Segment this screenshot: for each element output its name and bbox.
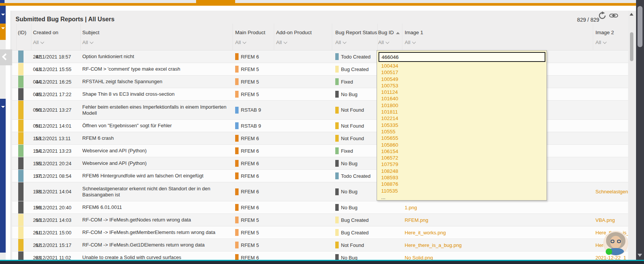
record-count: 829 / 829: [577, 17, 599, 23]
image-file-link[interactable]: 1.png: [405, 205, 417, 210]
badge-label: RFEM 6: [241, 189, 259, 194]
row-status-color-bar: [18, 239, 24, 251]
badge-label: Bug Created: [341, 230, 369, 236]
cell-addon-product: [276, 145, 329, 157]
column-header-addon[interactable]: Add-on Product: [276, 30, 312, 35]
filter-dropdown-bugid[interactable]: All: [378, 40, 389, 45]
cell-main-product: RFEM 6: [235, 157, 273, 169]
chevron-down-icon: [41, 40, 44, 44]
bugid-suggestion[interactable]: 100434: [377, 63, 547, 69]
badge-color-bar: [235, 242, 239, 248]
cell-main-product: RFEM 5: [235, 239, 273, 251]
filter-dropdown-subject[interactable]: All: [82, 40, 93, 45]
bugid-suggestion-more[interactable]: ...: [377, 194, 547, 201]
row-status-color-bar: [18, 101, 24, 119]
bugid-suggestion[interactable]: 105860: [377, 142, 547, 148]
image-file-link[interactable]: Schneelastgen: [595, 189, 628, 194]
cell-addon-product: [276, 214, 329, 226]
filter-value: All: [276, 40, 282, 45]
cell-main-product: RFEM 6: [235, 145, 273, 157]
cell-addon-product: [276, 226, 329, 239]
badge-color-bar: [235, 122, 239, 129]
chevron-left-icon: [2, 53, 9, 60]
chevron-down-icon: [603, 40, 607, 44]
table-row[interactable]: 6221/12/2021 15:17RF-COM -> IFeMesh.Get1…: [12, 239, 628, 251]
bugid-suggestion[interactable]: 102214: [377, 115, 547, 122]
column-header-product[interactable]: Main Product: [235, 30, 265, 35]
bugid-suggestion[interactable]: 108876: [377, 181, 547, 187]
image-file-link[interactable]: VBA.png: [595, 217, 615, 223]
cell-bug-id: [378, 214, 401, 226]
chevron-down-icon: [243, 40, 247, 44]
table-row[interactable]: 5919/12/2021 20:40RFEM6 6.01.0011RFEM 6N…: [12, 201, 628, 214]
bugid-suggestion[interactable]: 101640: [377, 95, 547, 102]
table-scrollbar[interactable]: [629, 11, 635, 260]
bugid-suggestion[interactable]: 108248: [377, 168, 547, 174]
table-row[interactable]: 6121/12/2021 15:00RF-COM -> IFeMesh.getM…: [12, 226, 628, 239]
badge-label: Bug Created: [341, 217, 369, 223]
cell-created-on: 21/12/2021 14:03: [33, 214, 80, 226]
bugid-suggestion[interactable]: 101811: [377, 109, 547, 115]
table-row[interactable]: 6021/12/2021 14:03RF-COM -> IFeMesh.getN…: [12, 214, 628, 226]
image-file-link[interactable]: Here_it_works.png: [405, 230, 446, 236]
filter-dropdown-img2[interactable]: All: [595, 40, 606, 45]
cell-subject: RF-COM -> IFeMesh.getMemberElements retu…: [82, 226, 229, 239]
column-header-img1[interactable]: Image 1: [405, 30, 423, 35]
bugid-suggestion[interactable]: 100753: [377, 82, 547, 89]
bugid-suggestion[interactable]: 101124: [377, 89, 547, 95]
cell-subject: Fehler beim erstellen eines Imperfektion…: [82, 101, 229, 119]
filter-value: All: [595, 40, 601, 45]
cell-addon-product: [276, 120, 329, 132]
filter-dropdown-product[interactable]: All: [235, 40, 246, 45]
bugid-suggestion[interactable]: 100549: [377, 76, 547, 82]
cell-addon-product: [276, 251, 329, 261]
cell-image-2: [595, 201, 628, 213]
filter-dropdown-status[interactable]: All: [335, 40, 346, 45]
bugid-suggestion[interactable]: 105335: [377, 122, 547, 128]
sidebar-section-1[interactable]: [0, 6, 6, 24]
column-header-bugid[interactable]: Bug ID: [378, 30, 400, 35]
image-file-link[interactable]: RFEM.png: [405, 217, 428, 223]
topbar-orange-tab[interactable]: [196, 0, 235, 3]
filter-dropdown-created[interactable]: All: [33, 40, 44, 45]
column-header-id[interactable]: (ID): [18, 30, 27, 35]
bugid-suggestion[interactable]: 106154: [377, 148, 547, 155]
bugid-suggestion[interactable]: 101800: [377, 102, 547, 109]
image-file-link[interactable]: Here_there_is_a_bug.png: [405, 242, 462, 248]
table-scrollbar-thumb[interactable]: [630, 32, 633, 61]
column-header-img2[interactable]: Image 2: [595, 30, 614, 35]
sidebar-section-2[interactable]: [0, 24, 6, 40]
bugid-suggestion[interactable]: 10555: [377, 128, 547, 135]
cell-main-product: RFEM 6: [235, 201, 273, 213]
filter-dropdown-img1[interactable]: All: [405, 40, 415, 45]
bugid-suggestion[interactable]: 108593: [377, 174, 547, 181]
column-header-subject[interactable]: Subject: [82, 30, 99, 35]
sidebar-section-3[interactable]: [0, 99, 6, 253]
refresh-button[interactable]: [598, 11, 606, 20]
bugid-filter-input[interactable]: [379, 52, 545, 62]
bugid-suggestion[interactable]: 105655: [377, 135, 547, 141]
column-header-created[interactable]: Created on: [33, 30, 58, 35]
bugid-suggestion[interactable]: 100517: [377, 69, 547, 76]
cell-created-on: 21/12/2021 15:17: [33, 239, 80, 251]
scroll-down-icon[interactable]: [638, 254, 642, 257]
bugid-suggestion[interactable]: 110535: [377, 188, 547, 194]
cell-bug-report-status: Fixed: [335, 76, 376, 88]
bugid-suggestion[interactable]: 107579: [377, 161, 547, 168]
filter-dropdown-addon[interactable]: All: [276, 40, 287, 45]
badge-label: RFEM 6: [241, 173, 259, 179]
window-scrollbar[interactable]: [636, 0, 644, 260]
bugid-suggestion[interactable]: 106572: [377, 155, 547, 161]
chevron-down-icon: [412, 40, 416, 44]
badge-label: Todo Created: [341, 173, 371, 179]
cell-main-product: RFEM 6: [235, 51, 273, 63]
cell-bug-report-status: Fixed: [335, 145, 376, 157]
badge-label: RFEM 5: [241, 92, 259, 97]
table-row[interactable]: 6322/12/2021 11:02Unable to create a Sol…: [12, 251, 628, 261]
column-header-status[interactable]: Bug Report Status: [335, 30, 377, 35]
cell-addon-product: [276, 157, 329, 169]
scroll-up-icon[interactable]: [630, 13, 633, 16]
cell-bug-report-status: Not Found: [335, 120, 376, 132]
link-button[interactable]: [609, 12, 617, 21]
window-scrollbar-thumb[interactable]: [638, 6, 642, 47]
